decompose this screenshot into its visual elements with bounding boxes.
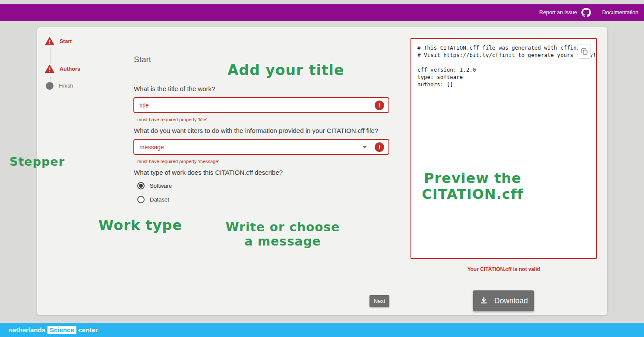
radio-selected-icon xyxy=(137,182,145,189)
title-input-box: ! xyxy=(133,97,389,113)
download-button-label: Download xyxy=(494,296,528,306)
report-issue-link[interactable]: Report an issue xyxy=(539,9,577,16)
radio-option-dataset[interactable]: Dataset xyxy=(137,196,169,203)
annotation-work-type: Work type xyxy=(98,217,182,233)
documentation-link[interactable]: Documentation xyxy=(602,9,638,16)
next-button[interactable]: Next xyxy=(369,295,389,307)
annotation-preview-citation: Preview the CITATION.cff xyxy=(421,170,524,202)
citation-preview-panel: # This CITATION.cff file was generated w… xyxy=(410,38,597,259)
header-bar: Report an issue Documentation xyxy=(0,4,644,21)
message-select[interactable]: message ! xyxy=(133,139,389,155)
citation-code-block: # This CITATION.cff file was generated w… xyxy=(417,44,592,88)
stepper-step-authors[interactable]: Authors xyxy=(45,65,80,73)
copy-icon xyxy=(581,47,588,55)
title-error-text: must have required property 'title' xyxy=(137,117,207,122)
escience-center-logo: netherlands Science center xyxy=(9,326,98,334)
error-icon: ! xyxy=(375,101,384,110)
validity-status-text: Your CITATION.cff is not valid xyxy=(410,266,597,272)
worktype-question-label: What type of work does this CITATION.cff… xyxy=(134,169,283,176)
stepper-connector xyxy=(50,76,51,81)
warning-icon xyxy=(45,65,54,73)
annotation-stepper: Stepper xyxy=(9,155,65,168)
stepper-connector xyxy=(50,48,51,64)
stepper-step-finish[interactable]: Finish xyxy=(45,82,73,90)
brand-highlight: Science xyxy=(47,326,76,334)
footer-bar: netherlands Science center xyxy=(0,323,644,337)
annotation-write-message: Write or choose a message xyxy=(224,220,341,249)
copy-button[interactable] xyxy=(578,44,591,59)
radio-unselected-icon xyxy=(137,196,145,203)
message-select-value: message xyxy=(139,144,363,151)
download-button[interactable]: Download xyxy=(473,290,534,311)
github-icon[interactable] xyxy=(581,8,591,17)
stepper-label-finish: Finish xyxy=(59,83,73,89)
error-icon: ! xyxy=(375,142,384,152)
radio-label-software: Software xyxy=(150,183,172,189)
stepper-step-start[interactable]: Start xyxy=(45,37,72,45)
title-input[interactable] xyxy=(139,102,375,109)
radio-option-software[interactable]: Software xyxy=(137,182,172,189)
brand-left: netherlands xyxy=(9,326,45,334)
brand-right: center xyxy=(79,326,98,334)
download-icon xyxy=(479,296,489,306)
warning-icon xyxy=(45,37,54,45)
message-question-label: What do you want citers to do with the i… xyxy=(134,127,378,134)
chevron-down-icon xyxy=(363,146,367,148)
stepper-label-authors: Authors xyxy=(60,66,80,72)
annotation-add-your-title: Add your title xyxy=(227,62,344,79)
title-question-label: What is the title of the work? xyxy=(134,85,215,92)
page: { "header": { "report_issue_label": "Rep… xyxy=(0,0,644,337)
stepper-label-start: Start xyxy=(60,38,72,44)
radio-label-dataset: Dataset xyxy=(150,196,169,203)
message-error-text: must have required property 'message' xyxy=(137,159,219,164)
page-title: Start xyxy=(134,55,151,64)
step-circle-icon xyxy=(46,82,54,90)
